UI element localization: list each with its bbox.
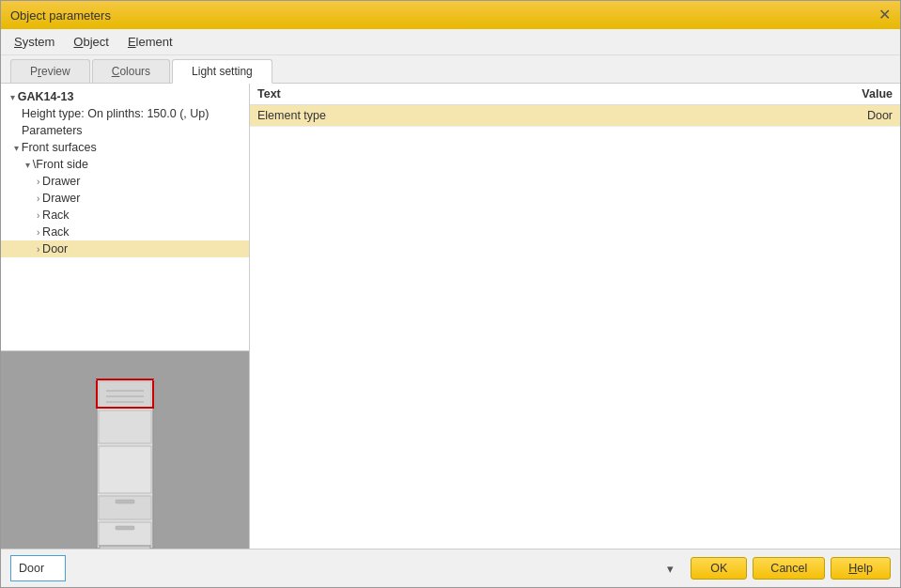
tree-item-rack2[interactable]: › Rack — [1, 224, 249, 240]
tree-label-front-surfaces: Front surfaces — [22, 141, 97, 154]
menu-object-label: Object — [73, 35, 109, 49]
chevron-front-side-icon: ▾ — [25, 160, 33, 170]
title-bar: Object parameters ✕ — [1, 1, 900, 29]
tree-item-rack1[interactable]: › Rack — [1, 207, 249, 224]
table-body: Element type Door — [250, 105, 900, 549]
menu-element-label: Element — [128, 35, 173, 49]
right-panel: Text Value Element type Door — [250, 84, 900, 549]
svg-rect-7 — [99, 446, 151, 493]
tree-label-door: Door — [42, 242, 68, 255]
dropdown-wrapper: Door Drawer Rack — [10, 555, 681, 581]
tree-label-parameters: Parameters — [22, 124, 83, 137]
tab-preview-label: Preview — [30, 65, 70, 78]
action-buttons: OK Cancel Help — [691, 557, 891, 580]
tree-item-door[interactable]: › Door — [1, 240, 249, 257]
tab-colours[interactable]: Colours — [92, 59, 170, 83]
tree-label-height: Height type: On plinths: 150.0 (, Up) — [22, 107, 209, 120]
svg-rect-14 — [100, 546, 150, 549]
tree-label-drawer2: Drawer — [42, 192, 80, 205]
tree-item-height: Height type: On plinths: 150.0 (, Up) — [1, 105, 249, 122]
tree-label-rack2: Rack — [42, 225, 69, 239]
cancel-button[interactable]: Cancel — [753, 557, 825, 580]
window-title: Object parameters — [10, 8, 111, 23]
tab-light-setting-label: Light setting — [192, 65, 253, 78]
menu-system[interactable]: System — [5, 33, 64, 51]
furniture-svg — [83, 351, 167, 549]
ok-button[interactable]: OK — [691, 557, 747, 580]
main-pane: ▾ GAK14-13 Height type: On plinths: 150.… — [1, 84, 900, 549]
content-area: ▾ GAK14-13 Height type: On plinths: 150.… — [1, 84, 900, 587]
tab-colours-label: Colours — [112, 65, 150, 78]
menu-element[interactable]: Element — [118, 33, 182, 51]
menu-object[interactable]: Object — [64, 33, 118, 51]
tab-light-setting[interactable]: Light setting — [172, 59, 272, 84]
bottom-bar: Door Drawer Rack OK Cancel Help — [1, 549, 900, 587]
tree-item-gak14[interactable]: ▾ GAK14-13 — [1, 88, 249, 105]
preview-area — [1, 351, 249, 549]
chevron-icon: ▾ — [10, 92, 18, 102]
tree-label-front-side: \Front side — [33, 158, 88, 171]
tab-bar: Preview Colours Light setting — [1, 55, 900, 84]
tree-item-parameters: Parameters — [1, 122, 249, 139]
svg-rect-6 — [99, 410, 151, 443]
cell-element-type-label: Element type — [257, 109, 686, 122]
cell-element-type-value: Door — [686, 109, 893, 122]
close-button[interactable]: ✕ — [878, 8, 891, 23]
tree-label-rack1: Rack — [42, 209, 69, 222]
col-header-text: Text — [257, 87, 686, 101]
menu-system-label: System — [14, 35, 54, 49]
table-row[interactable]: Element type Door — [250, 105, 900, 127]
help-button[interactable]: Help — [831, 557, 891, 580]
tree-item-front-side[interactable]: ▾ \Front side — [1, 156, 249, 173]
tree-area: ▾ GAK14-13 Height type: On plinths: 150.… — [1, 84, 249, 351]
tree-item-drawer2[interactable]: › Drawer — [1, 190, 249, 207]
svg-rect-1 — [99, 381, 151, 408]
table-header: Text Value — [250, 84, 900, 105]
tree-item-drawer1[interactable]: › Drawer — [1, 173, 249, 190]
tab-preview[interactable]: Preview — [10, 59, 90, 83]
chevron-front-icon: ▾ — [14, 143, 22, 153]
help-button-label: Help — [848, 562, 873, 575]
tree-label-gak14: GAK14-13 — [18, 90, 74, 103]
tree-label-drawer1: Drawer — [42, 175, 80, 188]
tree-item-front-surfaces[interactable]: ▾ Front surfaces — [1, 139, 249, 156]
main-window: Object parameters ✕ System Object Elemen… — [0, 0, 901, 588]
left-panel: ▾ GAK14-13 Height type: On plinths: 150.… — [1, 84, 250, 549]
menu-bar: System Object Element — [1, 29, 900, 55]
element-type-dropdown[interactable]: Door Drawer Rack — [10, 555, 66, 581]
svg-rect-11 — [116, 526, 134, 530]
col-header-value: Value — [686, 87, 893, 101]
svg-rect-9 — [116, 500, 134, 503]
